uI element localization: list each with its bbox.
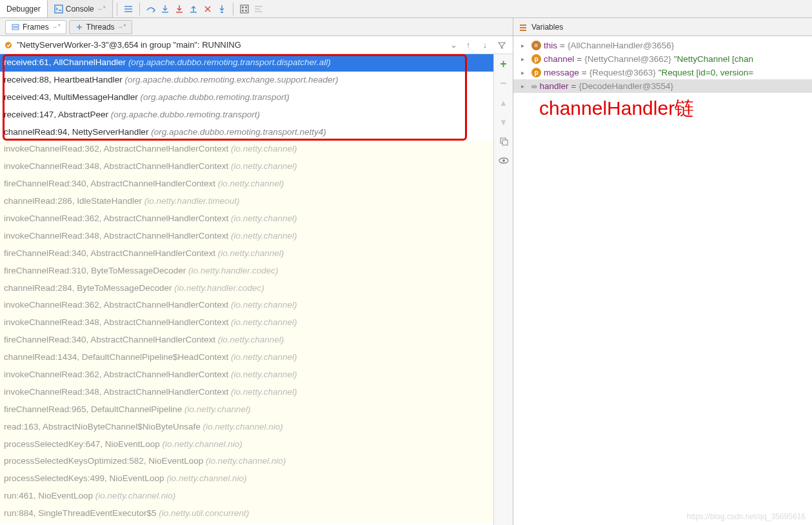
force-step-into-icon[interactable] [172,2,186,16]
expand-icon[interactable]: ▸ [521,83,524,90]
param-badge-icon: p [531,54,541,64]
variables-panel: Variables ▸≡ this = {AllChannelHandler@3… [513,18,812,525]
svg-rect-11 [502,140,508,145]
stack-frame[interactable]: run:461, NioEventLoop (io.netty.channel.… [0,488,493,505]
trace-icon[interactable] [252,2,266,16]
variable-row[interactable]: ▸∞ handler = {DecodeHandler@3554} [513,79,812,93]
thread-icon [4,41,13,50]
variables-title: Variables [531,23,563,32]
stack-frame[interactable]: received:147, AbstractPeer (org.apache.d… [0,106,493,124]
duplicate-icon[interactable] [497,134,511,148]
watermark: https://blog.csdn.net/qq_35695616 [687,512,806,521]
tab-label: Debugger [6,5,41,14]
svg-rect-15 [520,27,526,28]
next-frame-icon[interactable]: ↓ [478,38,492,52]
tab-label: Frames [23,23,49,32]
move-down-icon[interactable]: ▼ [497,115,511,129]
frames-side-toolbar: + − ▲ ▼ [493,54,513,525]
svg-point-9 [5,42,12,48]
stack-frame[interactable]: invokeChannelRead:362, AbstractChannelHa… [0,210,493,228]
tab-debugger[interactable]: Debugger [0,0,48,17]
stack-frame[interactable]: invokeChannelRead:362, AbstractChannelHa… [0,366,493,384]
param-badge-icon: p [531,68,541,77]
expand-icon[interactable]: ▸ [521,69,524,76]
stack-frame[interactable]: received:43, MultiMessageHandler (org.ap… [0,89,493,106]
remove-watch-icon[interactable]: − [497,76,511,90]
svg-rect-3 [242,6,244,8]
pin-icon: →* [52,23,61,30]
variable-row[interactable]: ▸p channel = {NettyChannel@3662} "NettyC… [513,52,812,66]
tab-frames[interactable]: Frames →* [5,20,66,34]
variables-header: Variables [513,18,812,36]
svg-rect-4 [245,6,247,8]
left-panel-tabs: Frames →* Threads →* [0,18,513,36]
step-into-icon[interactable] [158,2,172,16]
prev-frame-icon[interactable]: ↑ [461,38,475,52]
object-badge-icon: ∞ [531,82,537,91]
pin-icon: →* [97,5,106,12]
variable-row[interactable]: ▸≡ this = {AllChannelHandler@3656} [513,39,812,52]
thread-dropdown[interactable]: "NettyServerWorker-3-3"@3,654 in group "… [4,40,457,50]
step-out-icon[interactable] [186,2,201,16]
frames-list[interactable]: received:61, AllChannelHandler (org.apac… [0,54,493,525]
thread-selector-row: "NettyServerWorker-3-3"@3,654 in group "… [0,36,513,54]
drop-frame-icon[interactable] [201,2,215,16]
svg-rect-14 [520,25,526,26]
stack-frame[interactable]: fireChannelRead:310, ByteToMessageDecode… [0,262,493,280]
expand-icon[interactable]: ▸ [521,42,524,49]
expand-icon[interactable]: ▸ [521,55,524,63]
svg-point-13 [502,159,505,162]
variables-list[interactable]: ▸≡ this = {AllChannelHandler@3656}▸p cha… [513,36,812,95]
stack-frame[interactable]: received:88, HeartbeatHandler (org.apach… [0,72,493,89]
stack-frame[interactable]: read:163, AbstractNioByteChannel$NioByte… [0,419,493,436]
stack-frame[interactable]: invokeChannelRead:348, AbstractChannelHa… [0,384,493,401]
stack-frame[interactable]: channelRead:1434, DefaultChannelPipeline… [0,349,493,366]
stack-frame[interactable]: fireChannelRead:340, AbstractChannelHand… [0,245,493,262]
show-watches-icon[interactable] [497,154,511,168]
this-badge-icon: ≡ [531,41,541,50]
stack-frame[interactable]: channelRead:94, NettyServerHandler (org.… [0,124,493,141]
filter-icon[interactable] [495,38,509,52]
console-icon [54,5,63,14]
variables-icon [519,23,528,32]
step-over-icon[interactable] [144,2,158,16]
move-up-icon[interactable]: ▲ [497,95,511,110]
stack-frame[interactable]: fireChannelRead:340, AbstractChannelHand… [0,332,493,349]
svg-rect-16 [520,30,526,31]
stack-frame[interactable]: channelRead:284, ByteToMessageDecoder (i… [0,280,493,297]
svg-rect-1 [221,12,223,13]
stack-frame[interactable]: processSelectedKeys:499, NioEventLoop (i… [0,470,493,488]
stack-frame[interactable]: invokeChannelRead:362, AbstractChannelHa… [0,297,493,314]
stack-frame[interactable]: processSelectedKeysOptimized:582, NioEve… [0,453,493,470]
stack-frame[interactable]: invokeChannelRead:348, AbstractChannelHa… [0,228,493,245]
stack-frame[interactable]: invokeChannelRead:348, AbstractChannelHa… [0,314,493,332]
top-toolbar: Debugger Console →* [0,0,812,18]
svg-rect-0 [55,5,63,13]
stack-frame[interactable]: fireChannelRead:340, AbstractChannelHand… [0,175,493,193]
stack-frame[interactable]: invokeChannelRead:348, AbstractChannelHa… [0,158,493,175]
tab-threads[interactable]: Threads →* [69,20,132,34]
tab-label: Threads [86,23,115,32]
stack-frame[interactable]: run:884, SingleThreadEventExecutor$5 (io… [0,505,493,522]
svg-rect-5 [242,10,244,12]
stack-frame[interactable]: invokeChannelRead:362, AbstractChannelHa… [0,141,493,158]
chevron-down-icon: ⌄ [450,40,457,50]
frames-icon [11,23,20,32]
stack-frame[interactable]: processSelectedKey:647, NioEventLoop (io… [0,436,493,453]
frames-panel: Frames →* Threads →* "NettyServerWorker-… [0,18,513,525]
stack-frame[interactable]: channelRead:286, IdleStateHandler (io.ne… [0,193,493,210]
show-execution-point-icon[interactable] [121,2,135,16]
svg-rect-6 [245,10,247,12]
tab-label: Console [66,5,94,14]
stack-frame[interactable]: received:61, AllChannelHandler (org.apac… [0,54,493,72]
variable-row[interactable]: ▸p message = {Request@3663} "Request [id… [513,66,812,79]
thread-name: "NettyServerWorker-3-3"@3,654 in group "… [17,40,241,50]
svg-rect-8 [12,28,19,30]
new-watch-icon[interactable]: + [497,57,511,71]
svg-rect-2 [241,5,248,13]
stack-frame[interactable]: fireChannelRead:965, DefaultChannelPipel… [0,401,493,419]
run-to-cursor-icon[interactable] [215,2,229,16]
tab-console[interactable]: Console →* [48,0,113,17]
threads-icon [75,23,84,32]
evaluate-expression-icon[interactable] [237,2,252,16]
